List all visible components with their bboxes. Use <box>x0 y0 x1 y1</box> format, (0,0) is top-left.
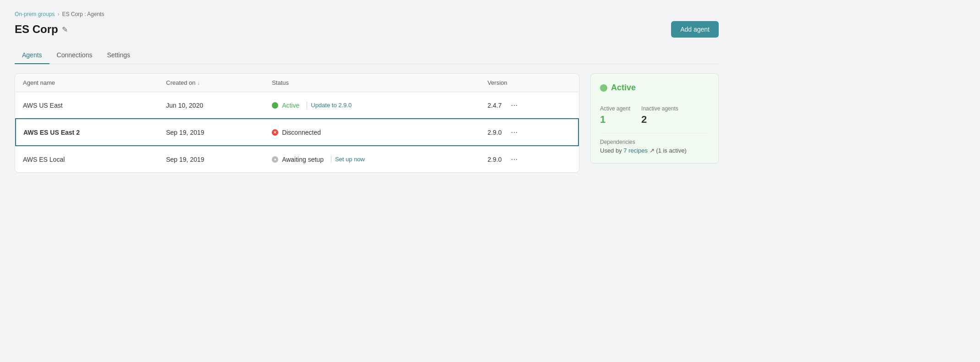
inactive-agents-metric: Inactive agents 2 <box>641 105 678 126</box>
row-more-button[interactable]: ··· <box>507 153 522 166</box>
dependencies-suffix: (1 is active) <box>655 147 687 154</box>
active-agent-label: Active agent <box>600 105 630 112</box>
breadcrumb: On-prem groups › ES Corp : Agents <box>15 11 719 17</box>
dependencies-text: Used by 7 recipes ↗ (1 is active) <box>600 147 709 154</box>
page-title: ES Corp <box>15 23 58 36</box>
dependencies-section: Dependencies Used by 7 recipes ↗ (1 is a… <box>600 133 709 154</box>
table-row: AWS US East Jun 10, 2020 Active Update t… <box>16 92 578 119</box>
table-row: AWS ES US East 2 Sep 19, 2019 ✕ Disconne… <box>16 119 578 146</box>
agent-name-cell: AWS ES Local <box>16 146 159 172</box>
created-on-cell: Sep 19, 2019 <box>159 146 264 172</box>
breadcrumb-current: ES Corp : Agents <box>62 11 104 17</box>
sort-icon: ↓ <box>198 80 200 86</box>
status-cell: ● Awaiting setup Set up now <box>264 146 480 172</box>
col-status: Status <box>264 74 480 92</box>
inactive-agents-count: 2 <box>641 114 678 126</box>
awaiting-status-dot: ● <box>272 156 278 163</box>
active-agent-metric: Active agent 1 <box>600 105 630 126</box>
active-status-dot <box>272 102 278 109</box>
version-number: 2.9.0 <box>487 129 501 136</box>
dependencies-link[interactable]: 7 recipes <box>623 147 648 154</box>
tab-settings[interactable]: Settings <box>99 47 138 64</box>
row-more-button[interactable]: ··· <box>507 99 522 112</box>
tab-bar: Agents Connections Settings <box>15 47 719 64</box>
col-agent-name: Agent name <box>16 74 159 92</box>
agent-name-cell: AWS US East <box>16 92 159 119</box>
sidebar-status-card: Active Active agent 1 Inactive agents 2 … <box>590 73 719 164</box>
sidebar-status-label: Active <box>611 83 636 93</box>
version-number: 2.4.7 <box>487 102 501 109</box>
version-number: 2.9.0 <box>487 156 501 163</box>
sidebar-metrics: Active agent 1 Inactive agents 2 <box>600 105 709 126</box>
dependencies-label: Dependencies <box>600 139 709 145</box>
version-cell: 2.9.0 ··· <box>480 146 578 172</box>
version-cell: 2.4.7 ··· <box>480 92 578 119</box>
agents-table-section: Agent name Created on ↓ Status V <box>15 73 579 173</box>
created-on-cell: Sep 19, 2019 <box>159 119 264 146</box>
version-cell: 2.9.0 ··· <box>480 119 578 146</box>
status-cell: ✕ Disconnected <box>264 119 480 146</box>
update-version-link[interactable]: Update to 2.9.0 <box>307 102 352 109</box>
breadcrumb-parent-link[interactable]: On-prem groups <box>15 11 55 17</box>
agents-table: Agent name Created on ↓ Status V <box>15 74 579 172</box>
row-more-button[interactable]: ··· <box>507 126 522 139</box>
page-header: ES Corp ✎ Add agent <box>15 21 719 38</box>
main-content: Agent name Created on ↓ Status V <box>15 73 719 173</box>
status-label: Disconnected <box>282 129 321 136</box>
col-version: Version <box>480 74 578 92</box>
sidebar-active-dot <box>600 84 607 92</box>
edit-icon[interactable]: ✎ <box>62 25 68 34</box>
setup-now-link[interactable]: Set up now <box>331 156 365 163</box>
active-agent-count: 1 <box>600 114 630 126</box>
inactive-agents-label: Inactive agents <box>641 105 678 112</box>
disconnected-status-dot: ✕ <box>272 129 278 136</box>
status-cell: Active Update to 2.9.0 <box>264 92 480 119</box>
tab-connections[interactable]: Connections <box>50 47 100 64</box>
col-created-on[interactable]: Created on ↓ <box>159 74 264 92</box>
tab-agents[interactable]: Agents <box>15 47 50 64</box>
status-label: Awaiting setup <box>282 156 324 163</box>
status-label: Active <box>282 102 299 109</box>
sidebar-status-header: Active <box>600 83 709 98</box>
external-link-icon: ↗ <box>648 147 655 154</box>
created-on-cell: Jun 10, 2020 <box>159 92 264 119</box>
agent-name-cell: AWS ES US East 2 <box>16 119 159 146</box>
dependencies-prefix: Used by <box>600 147 623 154</box>
add-agent-button[interactable]: Add agent <box>671 21 719 38</box>
breadcrumb-separator: › <box>57 11 59 17</box>
table-header-row: Agent name Created on ↓ Status V <box>16 74 578 92</box>
table-row: AWS ES Local Sep 19, 2019 ● Awaiting set… <box>16 146 578 172</box>
